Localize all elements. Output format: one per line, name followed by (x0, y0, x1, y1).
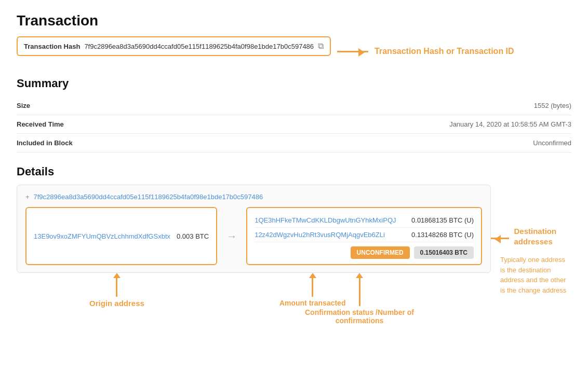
dest-amount-1: 0.13148268 BTC (U) (411, 231, 474, 239)
tx-details-link[interactable]: 7f9c2896ea8d3a5690dd4ccafd05e115f1189625… (33, 193, 263, 201)
size-label: Size (17, 102, 30, 109)
origin-arrow-head (113, 273, 121, 278)
hash-label: Transaction Hash (24, 43, 80, 50)
total-btc-badge: 0.15016403 BTC (414, 246, 474, 259)
details-main: + 7f9c2896ea8d3a5690dd4ccafd05e115f11896… (17, 185, 491, 340)
transaction-hash-box: Transaction Hash 7f9c2896ea8d3a5690dd4cc… (17, 36, 331, 56)
hash-annotation-row: Transaction Hash 7f9c2896ea8d3a5690dd4cc… (17, 36, 571, 66)
copy-icon[interactable]: ⧉ (318, 42, 324, 51)
size-value: 1552 (bytes) (534, 102, 571, 109)
below-annotations: Origin address Amount transacted (17, 273, 491, 340)
destination-desc: Typically one address is the destination… (500, 255, 571, 295)
confirm-annotation-label: Confirmation status /Number of confirmat… (292, 308, 427, 325)
origin-address[interactable]: 13E9ov9xoZMFYUmQBVzLchhmdXdfGSxbtx (34, 232, 170, 240)
hash-value: 7f9c2896ea8d3a5690dd4ccafd05e115f1189625… (84, 43, 314, 50)
confirm-arrow-line (359, 278, 360, 306)
summary-row-block: Included in Block Unconfirmed (17, 134, 571, 153)
hash-arrow-line (337, 51, 368, 52)
details-section: Details + 7f9c2896ea8d3a5690dd4ccafd05e1… (17, 165, 571, 340)
dest-amount-0: 0.01868135 BTC (U) (411, 216, 474, 224)
origin-amount: 0.003 BTC (177, 232, 209, 240)
flow-arrow: → (217, 207, 246, 265)
details-with-annotation: + 7f9c2896ea8d3a5690dd4ccafd05e115f11896… (17, 185, 571, 340)
dest-address-0[interactable]: 1QE3hHFkeTMwCdKKLDbgwUtnGYhkMxiPQJ (255, 216, 396, 224)
confirm-arrow-head (356, 273, 363, 278)
totals-row: UNCONFIRMED 0.15016403 BTC (255, 246, 474, 259)
details-title: Details (17, 165, 571, 178)
block-label: Included in Block (17, 139, 73, 147)
page-title: Transaction (17, 12, 571, 29)
origin-arrow-line (116, 278, 117, 297)
dest-address-1[interactable]: 12z42dWgzvHu2hRt3vusRQMjAqgvEb6ZLi (255, 231, 385, 239)
right-annotation: Destination addresses Typically one addr… (491, 185, 571, 340)
dest-arrow-line (491, 238, 509, 239)
summary-row-time: Received Time January 14, 2020 at 10:58:… (17, 115, 571, 134)
time-label: Received Time (17, 120, 64, 128)
unconfirmed-badge: UNCONFIRMED (351, 246, 410, 259)
confirm-annotation: Confirmation status /Number of confirmat… (292, 273, 427, 325)
details-card: + 7f9c2896ea8d3a5690dd4ccafd05e115f11896… (17, 185, 491, 273)
destination-title: Destination addresses (514, 226, 571, 246)
block-value: Unconfirmed (533, 139, 571, 147)
page-wrapper: Transaction Transaction Hash 7f9c2896ea8… (17, 12, 571, 340)
origin-box: 13E9ov9xoZMFYUmQBVzLchhmdXdfGSxbtx 0.003… (25, 207, 217, 265)
dest-box: 1QE3hHFkeTMwCdKKLDbgwUtnGYhkMxiPQJ 0.018… (246, 207, 482, 265)
origin-annotation-label: Origin address (89, 299, 144, 308)
hash-arrow: Transaction Hash or Transaction ID (337, 47, 514, 56)
time-value: January 14, 2020 at 10:58:55 AM GMT-3 (449, 120, 571, 128)
plus-icon: + (25, 193, 30, 201)
tx-flow-row: 13E9ov9xoZMFYUmQBVzLchhmdXdfGSxbtx 0.003… (25, 207, 482, 265)
tx-link-row: + 7f9c2896ea8d3a5690dd4ccafd05e115f11896… (25, 192, 482, 201)
dest-row-1: 12z42dWgzvHu2hRt3vusRQMjAqgvEb6ZLi 0.131… (255, 228, 474, 242)
summary-row-size: Size 1552 (bytes) (17, 96, 571, 115)
dest-arrow-head (490, 235, 501, 243)
summary-title: Summary (17, 77, 571, 90)
summary-section: Summary Size 1552 (bytes) Received Time … (17, 77, 571, 153)
dest-arrow-container: Destination addresses (491, 226, 571, 251)
dest-row-0: 1QE3hHFkeTMwCdKKLDbgwUtnGYhkMxiPQJ 0.018… (255, 213, 474, 228)
origin-annotation: Origin address (89, 273, 144, 308)
hash-annotation-label: Transaction Hash or Transaction ID (375, 47, 514, 56)
